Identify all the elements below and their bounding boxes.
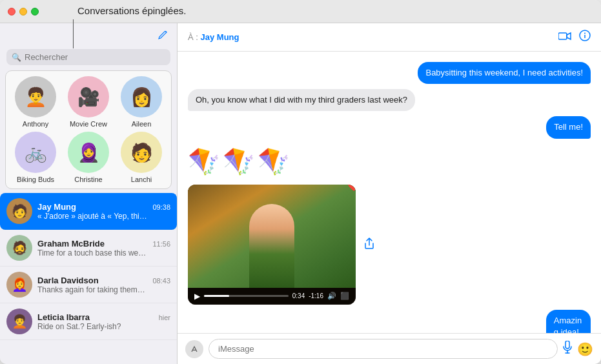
- conv-preview-grahammcbride: Time for a touch base this week?: [37, 248, 147, 258]
- msg-row-tellme: Tell me!: [188, 116, 591, 138]
- pinned-name-bikingbuds: Biking Buds: [17, 176, 54, 183]
- pinned-avatar-aileen: 👩: [121, 76, 162, 117]
- messages-area: Babysitting this weekend, I need activit…: [178, 52, 601, 333]
- kite-emojis: 🪁 🪁 🪁: [188, 144, 290, 179]
- svg-point-3: [584, 33, 586, 34]
- video-image: [188, 185, 356, 288]
- conv-preview-darladavidson: Thanks again for taking them this weeken…: [37, 285, 147, 294]
- sidebar: 🔍 🧑‍🦱 Anthony 🎥 Movie Crew 👩: [0, 23, 178, 364]
- app-window: Conversations épinglées. 🔍: [0, 0, 601, 364]
- conv-avatar-leticiaibarra: 🧑‍🦱: [6, 308, 32, 334]
- conv-info-grahammcbride: Graham McBride 11:56 Time for a touch ba…: [37, 239, 170, 258]
- chat-header-icons: [558, 30, 591, 45]
- maximize-button[interactable]: [31, 8, 39, 15]
- video-thumbnail[interactable]: ▶ 0:34 -1:16 🔊 ⬛ ❤️: [188, 185, 356, 305]
- pinned-name-anthony: Anthony: [23, 120, 48, 128]
- conv-item-jaymung[interactable]: 🧑 Jay Mung 09:38 « J'adore » ajouté à « …: [0, 193, 177, 230]
- msg-row-amazingidea: Amazing idea!: [522, 310, 591, 333]
- bubble-tellme: Tell me!: [546, 116, 591, 138]
- pinned-item-moviecrew[interactable]: 🎥 Movie Crew: [64, 76, 113, 128]
- message-input[interactable]: [209, 339, 558, 359]
- input-area: 🙂: [178, 333, 601, 364]
- conv-avatar-grahammcbride: 🧔: [6, 235, 32, 261]
- conv-info-darladavidson: Darla Davidson 08:43 Thanks again for ta…: [37, 276, 170, 294]
- chat-area: À : Jay Mung: [178, 23, 601, 364]
- audio-record-icon[interactable]: [563, 341, 572, 357]
- volume-icon[interactable]: 🔊: [327, 292, 336, 300]
- pinned-avatar-lanchi: 🧑: [121, 132, 162, 173]
- video-wrapper: ▶ 0:34 -1:16 🔊 ⬛ ❤️: [188, 185, 356, 305]
- emoji-button[interactable]: 🙂: [577, 341, 593, 357]
- share-button[interactable]: [365, 238, 374, 252]
- conv-name-leticiaibarra: Leticia Ibarra: [37, 312, 90, 322]
- close-button[interactable]: [8, 8, 15, 15]
- annotation-line: [73, 19, 74, 48]
- svg-rect-0: [558, 33, 567, 39]
- traffic-lights: [8, 8, 39, 15]
- progress-fill: [204, 295, 229, 297]
- progress-bar[interactable]: [204, 295, 289, 297]
- bubble-amazingidea: Amazing idea!: [546, 310, 591, 333]
- sidebar-top: [0, 23, 177, 49]
- pinned-name-lanchi: Lanchi: [131, 176, 152, 183]
- main-content: 🔍 🧑‍🦱 Anthony 🎥 Movie Crew 👩: [0, 23, 601, 364]
- conv-info-leticiaibarra: Leticia Ibarra hier Ride on Sat.? Early-…: [37, 312, 170, 331]
- chat-recipient: À : Jay Mung: [188, 32, 239, 42]
- pinned-name-aileen: Aileen: [132, 120, 152, 128]
- conv-name-jaymung: Jay Mung: [37, 202, 76, 212]
- pinned-item-anthony[interactable]: 🧑‍🦱 Anthony: [11, 76, 60, 128]
- conv-avatar-jaymung: 🧑: [6, 198, 32, 224]
- kite-2: 🪁: [223, 147, 255, 177]
- play-button[interactable]: ▶: [194, 292, 200, 301]
- conv-item-leticiaibarra[interactable]: 🧑‍🦱 Leticia Ibarra hier Ride on Sat.? Ea…: [0, 303, 177, 340]
- conv-item-grahammcbride[interactable]: 🧔 Graham McBride 11:56 Time for a touch …: [0, 230, 177, 267]
- fullscreen-icon[interactable]: ⬛: [340, 292, 349, 300]
- time-remaining: -1:16: [309, 292, 323, 299]
- pinned-avatar-bikingbuds: 🚲: [15, 132, 56, 173]
- pinned-item-christine[interactable]: 🧕 Christine: [64, 132, 113, 183]
- pinned-name-christine: Christine: [74, 176, 102, 183]
- pinned-item-lanchi[interactable]: 🧑 Lanchi: [117, 132, 166, 183]
- pinned-name-moviecrew: Movie Crew: [70, 120, 107, 128]
- msg-row-babysitting: Babysitting this weekend, I need activit…: [188, 62, 591, 84]
- pinned-avatar-anthony: 🧑‍🦱: [15, 76, 56, 117]
- minimize-button[interactable]: [19, 8, 27, 15]
- conv-name-darladavidson: Darla Davidson: [37, 276, 99, 285]
- conv-preview-leticiaibarra: Ride on Sat.? Early-ish?: [37, 322, 147, 331]
- search-icon: 🔍: [12, 53, 21, 62]
- titlebar: [0, 0, 601, 23]
- kite-1: 🪁: [188, 147, 220, 177]
- search-input[interactable]: [25, 52, 165, 62]
- pinned-section: 🧑‍🦱 Anthony 🎥 Movie Crew 👩 Aileen 🚲: [5, 70, 172, 189]
- contact-name: Jay Mung: [201, 32, 239, 42]
- pinned-avatar-christine: 🧕: [68, 132, 109, 173]
- conv-time-jaymung: 09:38: [152, 203, 170, 211]
- pinned-item-bikingbuds[interactable]: 🚲 Biking Buds: [11, 132, 60, 183]
- amazing-idea-group: Amazing idea! Distribué: [188, 310, 591, 333]
- conv-info-jaymung: Jay Mung 09:38 « J'adore » ajouté à « Ye…: [37, 202, 170, 221]
- conv-item-darladavidson[interactable]: 👩‍🦰 Darla Davidson 08:43 Thanks again fo…: [0, 267, 177, 303]
- chat-header: À : Jay Mung: [178, 23, 601, 52]
- info-icon[interactable]: [579, 30, 591, 45]
- search-bar: 🔍: [6, 49, 170, 65]
- msg-row-ohyouknow: Oh, you know what I did with my third gr…: [188, 89, 591, 111]
- pinned-item-aileen[interactable]: 👩 Aileen: [117, 76, 166, 128]
- compose-button[interactable]: [155, 28, 170, 44]
- bubble-ohyouknow: Oh, you know what I did with my third gr…: [188, 89, 415, 111]
- kite-3: 🪁: [258, 147, 290, 177]
- time-current: 0:34: [292, 292, 305, 299]
- conv-time-leticiaibarra: hier: [159, 314, 170, 321]
- conv-avatar-darladavidson: 👩‍🦰: [6, 272, 32, 298]
- bubble-babysitting: Babysitting this weekend, I need activit…: [418, 62, 591, 84]
- app-store-button[interactable]: [185, 340, 203, 358]
- video-call-icon[interactable]: [558, 30, 571, 44]
- pinned-grid: 🧑‍🦱 Anthony 🎥 Movie Crew 👩 Aileen 🚲: [8, 76, 168, 183]
- conv-time-grahammcbride: 11:56: [152, 240, 170, 248]
- msg-row-kites: 🪁 🪁 🪁: [188, 144, 591, 179]
- video-controls: ▶ 0:34 -1:16 🔊 ⬛: [188, 288, 356, 305]
- conv-name-grahammcbride: Graham McBride: [37, 239, 105, 248]
- conversation-list: 🧑 Jay Mung 09:38 « J'adore » ajouté à « …: [0, 193, 177, 364]
- pinned-avatar-moviecrew: 🎥: [68, 76, 109, 117]
- heart-reaction: ❤️: [347, 185, 356, 192]
- conv-time-darladavidson: 08:43: [152, 277, 170, 285]
